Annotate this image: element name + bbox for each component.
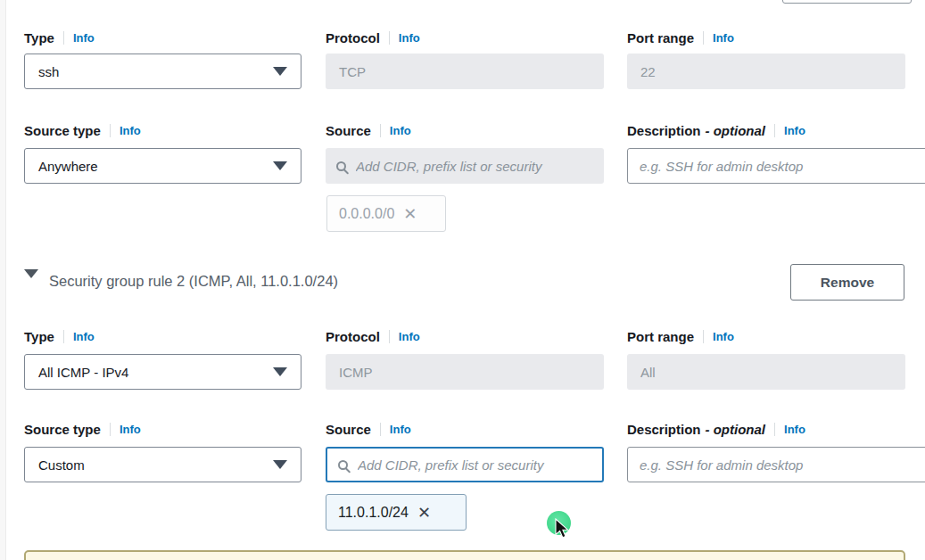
type-select-value: ssh [38,64,59,79]
protocol-label: Protocol [326,329,380,344]
protocol-label-row: Protocol Info [326,327,604,345]
label-divider [63,330,64,343]
protocol-value: ICMP [339,365,373,380]
type-label-row: Type Info [24,29,301,46]
source-type-select-value: Custom [38,457,85,473]
chevron-down-icon [273,367,287,376]
source-input[interactable] [358,457,591,473]
remove-button-label: Remove [821,275,874,291]
rule-expander-icon[interactable] [24,269,38,278]
label-divider [380,423,381,436]
source-type-select[interactable]: Custom [24,447,301,482]
description-input[interactable] [627,148,925,184]
chevron-down-icon [273,67,287,76]
source-type-label: Source type [24,422,101,437]
description-info-link[interactable]: Info [784,423,805,436]
protocol-label-row: Protocol Info [326,29,604,46]
source-tag-value: 11.0.1.0/24 [338,505,409,521]
type-label-row: Type Info [24,327,301,345]
label-divider [110,124,111,137]
source-input [356,159,593,174]
description-label: Description [627,422,701,437]
source-type-select[interactable]: Anywhere [24,148,301,184]
label-divider [389,330,390,343]
source-type-label-row: Source type Info [24,420,301,438]
port-range-field: All [627,354,905,390]
panel-edge [0,0,6,560]
search-icon [338,460,348,470]
port-range-field: 22 [627,54,905,89]
description-optional-label: - optional [706,422,766,437]
protocol-field: TCP [326,54,604,89]
source-tag: 0.0.0.0/0 ✕ [326,195,446,232]
port-range-info-link[interactable]: Info [713,330,734,343]
port-range-label: Port range [627,329,694,344]
mouse-cursor-icon [555,518,570,539]
port-range-label-row: Port range Info [627,327,905,345]
protocol-label: Protocol [326,30,380,45]
port-range-value: All [640,365,656,380]
description-label: Description [627,123,701,138]
source-label: Source [326,422,371,437]
source-type-info-link[interactable]: Info [120,423,141,436]
description-info-link[interactable]: Info [784,124,805,137]
protocol-info-link[interactable]: Info [399,330,420,343]
type-label: Type [24,30,54,45]
port-range-label-row: Port range Info [627,29,905,46]
source-type-label-row: Source type Info [24,121,301,139]
chevron-down-icon [273,460,287,469]
label-divider [774,423,775,436]
source-label-row: Source Info [326,420,604,438]
source-tag-value: 0.0.0.0/0 [339,206,394,222]
label-divider [703,31,704,45]
port-range-info-link[interactable]: Info [713,31,734,45]
remove-button-partial[interactable] [782,0,912,4]
type-select[interactable]: ssh [24,54,301,89]
description-label-row: Description - optional Info [627,420,905,438]
description-input[interactable] [627,447,925,482]
type-label: Type [24,329,54,344]
description-optional-label: - optional [706,123,766,138]
remove-button[interactable]: Remove [790,264,904,301]
label-divider [774,124,775,137]
rule-title: Security group rule 2 (ICMP, All, 11.0.1… [49,273,338,290]
port-range-value: 22 [640,64,656,79]
source-search-box[interactable] [326,447,604,482]
protocol-value: TCP [339,64,366,79]
label-divider [110,423,111,436]
label-divider [703,330,704,343]
protocol-info-link[interactable]: Info [399,31,420,45]
type-select[interactable]: All ICMP - IPv4 [24,354,301,390]
source-label-row: Source Info [326,121,604,139]
source-info-link[interactable]: Info [390,423,411,436]
label-divider [380,124,381,137]
type-info-link[interactable]: Info [73,330,95,343]
chevron-down-icon [273,161,287,170]
source-tag: 11.0.1.0/24 ✕ [326,494,467,531]
security-group-rules-form: { "icons": { "close": "✕" }, "colors": {… [0,0,925,560]
close-icon: ✕ [403,206,417,222]
source-type-select-value: Anywhere [38,159,98,174]
source-info-link[interactable]: Info [390,124,411,137]
type-info-link[interactable]: Info [73,31,95,45]
source-search-box [326,148,604,184]
search-icon [336,161,346,171]
protocol-field: ICMP [326,354,604,390]
warning-banner [24,550,905,560]
description-label-row: Description - optional Info [627,121,905,139]
source-label: Source [326,123,371,138]
label-divider [389,31,390,45]
close-icon[interactable]: ✕ [417,505,431,521]
type-select-value: All ICMP - IPv4 [38,365,128,380]
label-divider [63,31,64,45]
source-type-info-link[interactable]: Info [120,124,141,137]
port-range-label: Port range [627,30,694,45]
source-type-label: Source type [24,123,101,138]
